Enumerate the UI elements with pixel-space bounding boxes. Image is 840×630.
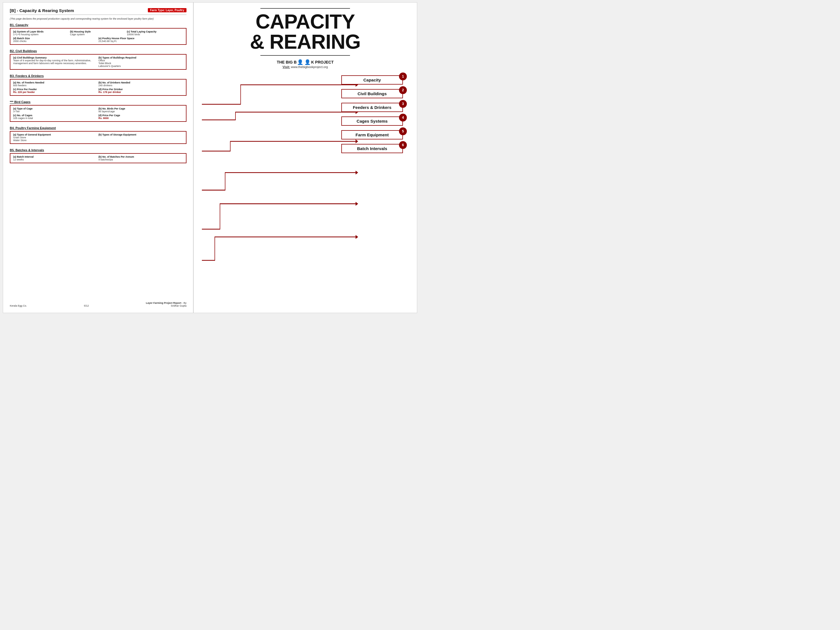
b2-col-b-label: (b) Types of Buildings Required bbox=[99, 56, 183, 59]
bird-cages-box: (a) Type of Cage 3-Tier (b) No. Birds Pe… bbox=[10, 105, 186, 122]
nav-item-6: Batch Intervals 6 bbox=[341, 144, 403, 153]
right-sep-mid bbox=[261, 55, 350, 56]
footer-right: Layer Farming Project Report - By Sridha… bbox=[146, 302, 186, 307]
nav-box-civil[interactable]: Civil Buildings 2 bbox=[341, 89, 403, 98]
footer-report-line2: Sridhar Gupta bbox=[146, 304, 186, 307]
svg-marker-4 bbox=[355, 202, 358, 205]
nav-box-cages[interactable]: Cages Systems 4 bbox=[341, 117, 403, 126]
page-container: [B] - Capacity & Rearing System Farm Typ… bbox=[3, 2, 417, 313]
b1-section: B1. Capacity (a) System of Layer Birds 1… bbox=[10, 23, 186, 47]
b2-col-a-label: (a) Civil Buildings Summary bbox=[13, 56, 98, 59]
b4-col-b-label: (b) Types of Storage Equipment bbox=[99, 133, 183, 136]
b5-col-b-label: (b) No. of Batches Per Annum bbox=[99, 155, 183, 158]
b2-col-a-value: Team of 6 expected for day-to-day runnin… bbox=[13, 59, 98, 65]
book-project-line2: Visit: www.thebigbookproject.org bbox=[283, 65, 328, 69]
nav-box-feeders[interactable]: Feeders & Drinkers 3 bbox=[341, 103, 403, 112]
svg-marker-3 bbox=[355, 171, 358, 174]
b2-col-b-v1: Office bbox=[99, 59, 183, 62]
b3-col-c-value: Rs. 220 per feeder bbox=[13, 91, 98, 93]
nav-number-1: 1 bbox=[399, 73, 407, 81]
nav-item-4: Cages Systems 4 bbox=[341, 117, 403, 126]
nav-label-cages: Cages Systems bbox=[357, 119, 388, 123]
b3-col-a-value: 600 feeders bbox=[13, 84, 98, 87]
nav-box-capacity[interactable]: Capacity 1 bbox=[341, 75, 403, 85]
page-title: [B] - Capacity & Rearing System bbox=[10, 8, 74, 13]
b1-col-e-value: 23,540.68 Sq.Ft. bbox=[99, 40, 183, 43]
cage-col-d-label: (d) Price Per Cage bbox=[99, 114, 183, 117]
b3-col-b-label: (b) No. of Drinkers Needed bbox=[99, 81, 183, 84]
b3-col-a-label: (a) No. of Feeders Needed bbox=[13, 81, 98, 84]
nav-item-2: Civil Buildings 2 bbox=[341, 89, 403, 98]
cage-col-a-label: (a) Type of Cage bbox=[13, 107, 98, 110]
nav-box-equipment[interactable]: Farm Equipment 5 bbox=[341, 130, 403, 139]
b1-col-a-label: (a) System of Layer Birds bbox=[13, 30, 69, 33]
b3-col-b-value: 240 drinkers bbox=[99, 84, 183, 87]
svg-marker-5 bbox=[355, 235, 358, 239]
book-icon1: 👤 bbox=[297, 59, 303, 65]
visit-label: Visit: bbox=[283, 65, 290, 69]
footer-report-line1: Layer Farming Project Report - By bbox=[146, 302, 186, 304]
big-title-line2: & REARING bbox=[250, 32, 360, 52]
left-panel: [B] - Capacity & Rearing System Farm Typ… bbox=[3, 3, 193, 313]
left-footer: Kerala Egg Co. 5/12 Layer Farming Projec… bbox=[10, 300, 186, 307]
right-panel: CAPACITY & REARING THE BIG B 👤 👤 K PROJE… bbox=[193, 3, 417, 313]
nav-label-batch: Batch Intervals bbox=[357, 146, 387, 151]
footer-page: 5/12 bbox=[84, 304, 89, 307]
b3-title: B3. Feeders & Drinkers bbox=[10, 74, 186, 77]
cage-col-b-value: 95 layers/cage bbox=[99, 110, 183, 113]
b1-box: (a) System of Layer Birds 1+1+5 housing … bbox=[10, 28, 186, 45]
nav-items: Capacity 1 Civil Buildings 2 Feeders & D… bbox=[202, 75, 409, 153]
bird-cages-section: *** Bird Cages (a) Type of Cage 3-Tier (… bbox=[10, 100, 186, 124]
b2-box: (a) Civil Buildings Summary Team of 6 ex… bbox=[10, 54, 186, 70]
b3-col-d-label: (d) Price Per Drinker bbox=[99, 88, 183, 91]
b2-section: B2. Civil Buildings (a) Civil Buildings … bbox=[10, 49, 186, 72]
b1-col-b-value: Cage system bbox=[70, 33, 126, 36]
nav-number-5: 5 bbox=[399, 127, 407, 135]
b4-col-a-v1: Grain Store bbox=[13, 136, 98, 139]
nav-section: Capacity 1 Civil Buildings 2 Feeders & D… bbox=[202, 73, 409, 307]
nav-item-1: Capacity 1 bbox=[341, 75, 403, 85]
b5-box: (a) Batch Interval 12 weeks (b) No. of B… bbox=[10, 153, 186, 163]
b5-title: B5. Batches & Intervals bbox=[10, 148, 186, 152]
b4-section: B4. Poultry Farming Equipment (a) Types … bbox=[10, 126, 186, 146]
intro-text: (This page declares the proposed product… bbox=[10, 17, 186, 21]
b1-col-c-label: (c) Total Laying Capacity bbox=[127, 30, 183, 33]
farm-type-badge: Farm Type: Layer, Poultry bbox=[148, 8, 186, 12]
b3-box: (a) No. of Feeders Needed 600 feeders (b… bbox=[10, 79, 186, 96]
nav-number-6: 6 bbox=[399, 141, 407, 149]
b4-col-a-v2: Water Store bbox=[13, 139, 98, 142]
b5-col-a-value: 12 weeks bbox=[13, 158, 98, 161]
cage-col-d-value: Rs. 9000 bbox=[99, 117, 183, 120]
visit-url: www.thebigbookproject.org bbox=[291, 65, 328, 69]
cage-col-c-label: (c) No. of Cages bbox=[13, 114, 98, 117]
b1-col-c-value: 10000 birds bbox=[127, 33, 183, 36]
b2-title: B2. Civil Buildings bbox=[10, 49, 186, 53]
cage-col-b-label: (b) No. Birds Per Cage bbox=[99, 107, 183, 110]
nav-item-3: Feeders & Drinkers 3 bbox=[341, 103, 403, 112]
b1-col-e-label: (e) Poultry House Floor Space bbox=[99, 37, 183, 40]
big-title-line1: CAPACITY bbox=[256, 11, 355, 32]
b5-col-a-label: (a) Batch Interval bbox=[13, 155, 98, 158]
header-divider bbox=[10, 14, 186, 15]
b1-col-d-label: (d) Batch Size bbox=[13, 37, 98, 40]
b4-col-a-label: (a) Types of General Equipment bbox=[13, 133, 98, 136]
footer-report-bold: Layer Farming Project Report bbox=[146, 302, 182, 304]
b5-col-b-value: 4 batches/pa bbox=[99, 158, 183, 161]
nav-box-batch[interactable]: Batch Intervals 6 bbox=[341, 144, 403, 153]
cage-col-a-value: 3-Tier bbox=[13, 110, 98, 113]
b1-col-b-label: (b) Housing Style bbox=[70, 30, 126, 33]
nav-label-equipment: Farm Equipment bbox=[355, 133, 388, 137]
bird-cages-title: *** Bird Cages bbox=[10, 100, 186, 104]
book-project: THE BIG B 👤 👤 K PROJECT Visit: www.thebi… bbox=[277, 59, 334, 69]
right-sep-top bbox=[261, 8, 350, 9]
nav-item-5: Farm Equipment 5 bbox=[341, 130, 403, 139]
nav-label-feeders: Feeders & Drinkers bbox=[353, 105, 392, 110]
b4-title: B4. Poultry Farming Equipment bbox=[10, 126, 186, 129]
book-icon2: 👤 bbox=[304, 59, 311, 65]
b1-col-d-value: 2000 chicks bbox=[13, 40, 98, 43]
b4-box: (a) Types of General Equipment Grain Sto… bbox=[10, 131, 186, 144]
b2-col-b-v3: Labourer's Quarters bbox=[99, 65, 183, 68]
the-big-text: THE BIG B bbox=[277, 60, 297, 65]
book-project-line1: THE BIG B 👤 👤 K PROJECT bbox=[277, 59, 334, 65]
b1-col-a-value: 1+1+5 housing system bbox=[13, 33, 69, 36]
